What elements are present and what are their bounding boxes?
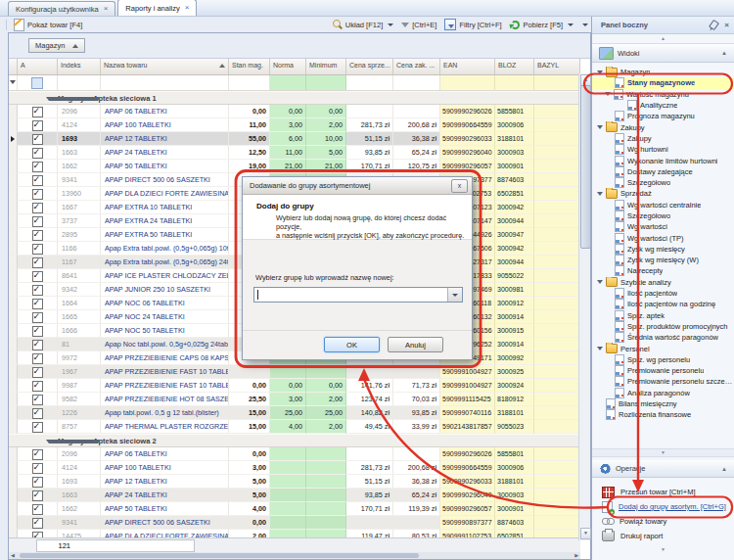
row-checkbox[interactable]	[32, 189, 43, 200]
cancel-button[interactable]: Anuluj	[388, 337, 443, 352]
row-checkbox[interactable]	[32, 463, 43, 474]
tree-expander-icon[interactable]	[597, 280, 603, 284]
row-checkbox[interactable]	[32, 230, 43, 241]
tree-item[interactable]: Zakupy	[592, 121, 734, 132]
row-checkbox[interactable]	[32, 490, 43, 501]
tree-item[interactable]: Szczegółowo	[592, 177, 734, 188]
operation-add-to-group[interactable]: Dodaj do grupy asortym. [Ctrl+G]	[592, 499, 734, 514]
tree-item[interactable]: Stany magazynowe	[592, 77, 734, 88]
scroll-down-button[interactable]: ▼	[580, 528, 591, 539]
dialog-close-button[interactable]: x	[451, 179, 468, 193]
tree-item[interactable]: Wg hurtowni	[592, 144, 734, 155]
grid-filter-row[interactable]	[9, 75, 580, 91]
operation-link-items[interactable]: Powiąż towary	[592, 514, 734, 529]
row-checkbox[interactable]	[32, 271, 43, 282]
tree-item[interactable]: Sprz. aptek	[592, 310, 734, 321]
table-row[interactable]: 1693APAP 12 TABLETKI5,0051,15 zł36,38 zł…	[9, 475, 580, 489]
tree-item[interactable]: Analiza paragonów	[592, 388, 734, 398]
tree-item[interactable]: Wg wartości (TP)	[592, 232, 734, 243]
filter-cell[interactable]	[18, 75, 58, 90]
row-checkbox[interactable]	[32, 395, 43, 405]
table-row[interactable]: 8757APAP THERMAL PLASTER ROZGRZEWAJACY .…	[9, 420, 580, 434]
filters-button[interactable]: Filtry [Ctrl+F]	[440, 18, 505, 31]
vertical-scrollbar[interactable]: ▲ ▼	[578, 73, 590, 540]
table-row[interactable]: 1226Apap tabl.powl. 0,5 g 12 tabl.(blist…	[9, 406, 580, 420]
vertical-scroll-thumb[interactable]	[580, 85, 591, 249]
group-row[interactable]: Magazyn: Apteka sieciowa 2	[9, 434, 580, 447]
operation-printer[interactable]: Drukuj raport	[592, 529, 734, 543]
tree-item[interactable]: Szybkie analizy	[592, 277, 734, 288]
row-checkbox[interactable]	[32, 107, 43, 117]
scroll-right-button[interactable]: ▶	[574, 552, 578, 559]
row-checkbox[interactable]	[32, 285, 43, 296]
pin-icon[interactable]	[709, 20, 719, 30]
row-checkbox[interactable]	[32, 326, 43, 337]
panel-collapse-strip[interactable]: ▲	[592, 34, 734, 44]
table-row[interactable]: 1662APAP 50 TABLETKI4,00170,71 zł119,39 …	[9, 502, 580, 516]
tree-item[interactable]: Zysk wg miesięcy (W)	[592, 255, 734, 265]
row-checkbox[interactable]	[32, 504, 43, 515]
row-checkbox[interactable]	[32, 353, 43, 364]
table-row[interactable]: 2096APAP 06 TABLETKI0,000,000,0059099902…	[9, 105, 580, 118]
tree-item[interactable]: Szczegółowo	[592, 210, 734, 221]
tab-konfiguracja-uzytkownika[interactable]: Konfiguracja użytkownika ×	[8, 1, 115, 16]
row-checkbox[interactable]	[32, 134, 43, 145]
close-icon[interactable]: ×	[724, 22, 729, 29]
column-header-Cena sprze...[interactable]: Cena sprze...	[346, 59, 393, 74]
row-checkbox[interactable]	[32, 175, 43, 186]
row-checkbox[interactable]	[32, 422, 43, 433]
tree-item[interactable]: Wg wartości centralnie	[592, 200, 734, 210]
tree-expander-icon[interactable]	[597, 70, 603, 74]
filter-cell[interactable]	[346, 75, 393, 90]
export-button[interactable]: [Ctrl+E]	[397, 18, 440, 31]
tree-item[interactable]: Ilość pacjentów na godzinę	[592, 299, 734, 309]
column-header-Indeks[interactable]: Indeks	[58, 59, 101, 74]
tree-item[interactable]: Personel	[592, 343, 734, 353]
column-header-Cena zak. ...[interactable]: Cena zak. ...	[393, 59, 440, 74]
row-checkbox[interactable]	[32, 312, 43, 323]
operations-section-header[interactable]: Operacje ▲	[592, 460, 734, 478]
dialog-title-bar[interactable]: Dodawanie do grupy asortymentowej x	[243, 177, 472, 195]
tree-item[interactable]: Prognoza magazynu	[592, 111, 734, 121]
table-row[interactable]: 1662APAP 50 TABLETKI19,0021,0021,00170,7…	[9, 160, 580, 173]
row-checkbox[interactable]	[32, 203, 43, 213]
row-checkbox[interactable]	[32, 244, 43, 255]
tree-item[interactable]: Wykonanie limitów hurtowni	[592, 155, 734, 165]
table-row[interactable]: 9987APAP PRZEZIEBIENIE FAST 10 TABLETKI …	[9, 379, 580, 393]
tree-item[interactable]: Premiowanie personelu szczeg...	[592, 376, 734, 387]
row-checkbox[interactable]	[32, 449, 43, 460]
operations-scroll-down[interactable]: ▼	[592, 546, 734, 552]
table-row[interactable]: 2096APAP 06 TABLETKI0,005909990296026585…	[9, 447, 580, 461]
filter-cell[interactable]	[101, 75, 229, 90]
column-header-Nazwa towaru[interactable]: Nazwa towaru	[101, 59, 229, 74]
layout-button[interactable]: Układ [F12]	[329, 18, 397, 31]
column-header-Minimum[interactable]: Minimum	[306, 59, 346, 74]
tree-item[interactable]: Zysk wg miesięcy	[592, 244, 734, 255]
tree-item[interactable]: Na recepty	[592, 265, 734, 276]
table-row[interactable]: 1693APAP 12 TABLETKI55,006,0010,0051,15 …	[9, 132, 580, 146]
filter-cell[interactable]	[9, 75, 18, 90]
row-checkbox[interactable]	[32, 216, 43, 227]
scroll-left-button[interactable]: ◀	[11, 552, 15, 559]
tree-item[interactable]: Wartość magazynu	[592, 89, 734, 100]
column-header-indicator[interactable]	[9, 59, 18, 74]
toolbar-overflow-button[interactable]	[577, 18, 591, 31]
tree-item[interactable]: Średnia wartość paragonów	[592, 332, 734, 343]
tree-item[interactable]: Zakupy	[592, 133, 734, 144]
filter-cell[interactable]	[393, 75, 440, 90]
show-item-button[interactable]: Pokaż towar [F4]	[10, 18, 86, 31]
row-checkbox[interactable]	[32, 381, 43, 392]
table-row[interactable]: 1663APAP 24 TABLETKI5,0093,85 zł65,24 zł…	[9, 489, 580, 502]
tree-item[interactable]: Analityczne	[592, 100, 734, 111]
fetch-button[interactable]: Pobierz [F5]	[506, 18, 577, 31]
filter-cell[interactable]	[58, 75, 101, 90]
group-field-chip-magazyn[interactable]: Magazyn	[28, 38, 85, 53]
table-row[interactable]: 9582APAP PRZEZIEBIENIE HOT 08 SASZETKI25…	[9, 393, 580, 406]
views-section-header[interactable]: Widoki ▲	[592, 44, 734, 63]
row-checkbox[interactable]	[32, 148, 43, 159]
filter-cell[interactable]	[534, 75, 580, 90]
column-header-EAN[interactable]: EAN	[440, 59, 495, 74]
panel-splitter[interactable]: ▼	[592, 448, 734, 457]
tree-item[interactable]: Dostawy zalegające	[592, 166, 734, 177]
row-checkbox[interactable]	[32, 340, 43, 350]
